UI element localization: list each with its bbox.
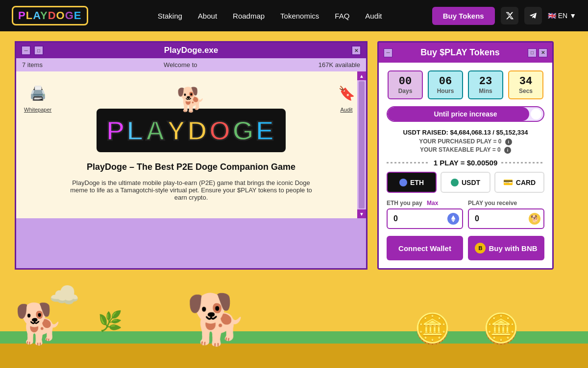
audit-icon: 🔖 — [335, 81, 358, 105]
nav-audit[interactable]: Audit — [365, 12, 382, 20]
countdown-mins: 23 Mins — [468, 70, 503, 99]
chevron-down-icon: ▼ — [569, 12, 576, 20]
playdoge-logo-letters: PLAYDOGE — [106, 115, 276, 146]
purchased-info-icon[interactable]: i — [505, 138, 512, 145]
whitepaper-label[interactable]: Whitepaper — [24, 107, 51, 113]
panel-minimize[interactable]: ─ — [384, 48, 392, 57]
buy-panel-body: 00 Days 06 Hours 23 Mins 34 Secs — [379, 63, 552, 268]
buy-panel-title: Buy $PLAY Tokens — [420, 47, 500, 58]
window-description: PlayDoge is the ultimate mobile play-to-… — [69, 179, 314, 201]
window-sidebar-icons: 🖨️ Whitepaper — [24, 81, 51, 113]
stakeable-play: YOUR STAKEABLE PLAY = 0 i — [387, 146, 544, 154]
mins-value: 23 — [476, 75, 495, 88]
purchased-label: YOUR PURCHASED PLAY = 0 — [419, 138, 501, 145]
mins-label: Mins — [476, 88, 495, 94]
countdown-timer: 00 Days 06 Hours 23 Mins 34 Secs — [387, 70, 544, 99]
hours-value: 06 — [436, 75, 455, 88]
bnb-icon: B — [475, 243, 486, 253]
window-controls: ─ □ — [21, 46, 44, 55]
eth-input-group: ETH you pay Max — [387, 200, 463, 229]
scroll-down-btn[interactable]: ▼ — [357, 209, 366, 218]
input-row: ETH you pay Max PLAY you receive 🐕 — [387, 200, 544, 229]
window-close[interactable]: ✕ — [351, 46, 361, 55]
progress-bar-label: Until price increase — [388, 110, 543, 118]
connect-wallet-button[interactable]: Connect Wallet — [387, 236, 463, 260]
window-toolbar: 7 items Welcome to 167K available — [16, 58, 366, 71]
window-titlebar: ─ □ PlayDoge.exe ✕ — [16, 43, 366, 58]
scroll-up-btn[interactable]: ▲ — [357, 71, 366, 80]
eth-pay-label: ETH you pay Max — [387, 200, 463, 207]
items-count: 7 items — [22, 61, 43, 69]
logo[interactable]: PLAYDOGE — [12, 6, 88, 25]
header-right: Buy Tokens 🇬🇧 EN ▼ — [432, 7, 576, 25]
days-value: 00 — [395, 75, 415, 88]
window-tagline: PlayDoge – The Best P2E Doge Companion G… — [87, 162, 295, 172]
window-minimize[interactable]: ─ — [21, 46, 31, 55]
secs-value: 34 — [516, 75, 536, 88]
price-text: 1 PLAY = $0.00509 — [434, 159, 498, 167]
secs-label: Secs — [516, 88, 536, 94]
nav-roadmap[interactable]: Roadmap — [233, 12, 265, 20]
green-strip — [0, 331, 588, 344]
nav-faq[interactable]: FAQ — [335, 12, 349, 20]
play-receive-label: PLAY you receive — [468, 200, 544, 207]
bush-left: 🌿 — [98, 310, 122, 333]
coin-character-2: 🪙 — [483, 314, 519, 344]
stakeable-info-icon[interactable]: i — [504, 147, 511, 154]
usdt-raised-label: USDT RAISED: — [403, 129, 448, 136]
price-row: 1 PLAY = $0.00509 — [387, 159, 544, 167]
ground-strip — [0, 344, 588, 368]
panel-maximize[interactable]: □ — [528, 48, 537, 57]
progress-toggle — [531, 109, 541, 119]
play-input-group: PLAY you receive 🐕 — [468, 200, 544, 229]
panel-left-controls: ─ — [384, 48, 392, 57]
window-title: PlayDoge.exe — [164, 46, 219, 55]
eth-label: ETH — [410, 179, 424, 186]
eth-dot-icon — [399, 179, 407, 186]
logo-text: PLAYDOGE — [18, 9, 82, 22]
stakeable-label: YOUR STAKEABLE PLAY = 0 — [420, 146, 501, 153]
buy-tokens-button[interactable]: Buy Tokens — [432, 7, 495, 25]
shiba-left-character: 🐕 — [15, 304, 64, 344]
main-content: ─ □ PlayDoge.exe ✕ 7 items Welcome to 16… — [0, 31, 588, 279]
playdoge-window: ─ □ PlayDoge.exe ✕ 7 items Welcome to 16… — [15, 41, 368, 270]
play-input-wrap: 🐕 — [468, 208, 544, 229]
raised-info: USDT RAISED: $4,684,068.13 / $5,152,334 … — [387, 129, 544, 154]
window-body: 🖨️ Whitepaper 🔖 Audit ▲ ▼ 🐕 — [16, 71, 366, 218]
usdt-dot-icon — [451, 179, 459, 186]
buy-panel-titlebar: ─ Buy $PLAY Tokens □ ✕ — [379, 43, 552, 63]
playdoge-logo-image: 🐕 PLAYDOGE — [97, 86, 286, 152]
nav-about[interactable]: About — [198, 12, 217, 20]
scrollbar-thumb[interactable] — [359, 81, 365, 208]
nav-tokenomics[interactable]: Tokenomics — [280, 12, 319, 20]
max-link[interactable]: Max — [427, 200, 438, 207]
telegram-social-icon[interactable] — [524, 7, 542, 24]
welcome-text: Welcome to — [164, 61, 197, 69]
price-line-left — [387, 162, 430, 163]
action-buttons: Connect Wallet B Buy with BNB — [387, 236, 544, 260]
countdown-secs: 34 Secs — [508, 70, 543, 99]
card-pay-button[interactable]: 💳 CARD — [494, 172, 544, 193]
progress-bar: Until price increase — [387, 106, 544, 122]
eth-pay-button[interactable]: ETH — [387, 172, 437, 193]
window-close-controls: ✕ — [351, 46, 361, 55]
cloud-left: ☁️ — [49, 281, 79, 309]
usdt-label: USDT — [462, 179, 480, 186]
panel-close[interactable]: ✕ — [539, 48, 547, 57]
main-nav: Staking About Roadmap Tokenomics FAQ Aud… — [108, 12, 432, 20]
play-input-icon: 🐕 — [529, 213, 540, 225]
buy-bnb-label: Buy with BNB — [489, 244, 537, 253]
header: PLAYDOGE Staking About Roadmap Tokenomic… — [0, 0, 588, 31]
background-decoration: 🐕 🐕 🪙 🪙 🌿 ☁️ — [0, 309, 588, 368]
x-social-icon[interactable] — [501, 7, 518, 24]
nav-staking[interactable]: Staking — [158, 12, 182, 20]
buy-bnb-button[interactable]: B Buy with BNB — [468, 236, 544, 260]
panel-right-controls: □ ✕ — [528, 48, 547, 57]
audit-label[interactable]: Audit — [340, 107, 352, 113]
language-selector[interactable]: 🇬🇧 EN ▼ — [548, 12, 576, 20]
lang-label: EN — [558, 12, 567, 20]
window-maximize[interactable]: □ — [34, 46, 44, 55]
window-sidebar-right: 🔖 Audit — [335, 81, 358, 113]
usdt-pay-button[interactable]: USDT — [441, 172, 490, 193]
doge-mascot-icon: 🐕 — [176, 87, 206, 113]
